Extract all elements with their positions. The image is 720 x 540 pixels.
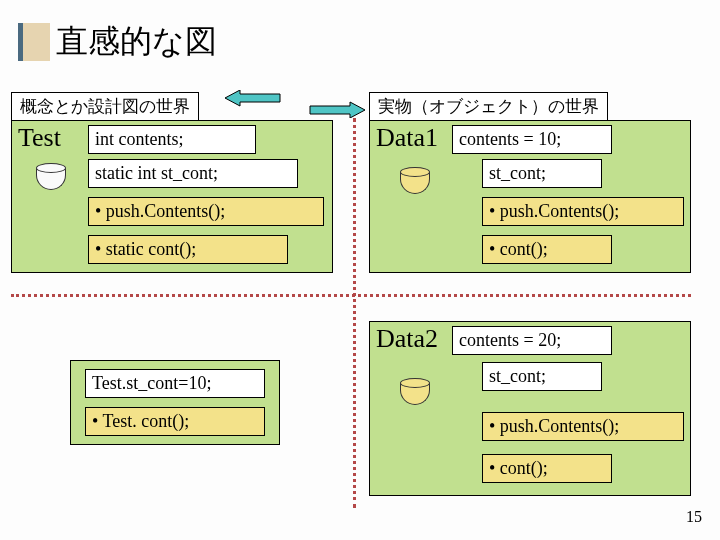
data2-name: Data2 [376,324,438,354]
data2-method-push: • push.Contents(); [482,412,684,441]
horizontal-divider [11,294,691,297]
test-method-push: • push.Contents(); [88,197,324,226]
svg-marker-1 [310,102,365,118]
box-data2: Data2 contents = 20; st_cont; • push.Con… [369,321,691,496]
title-accent [18,23,50,61]
test-name: Test [18,123,61,153]
data2-field-stcont: st_cont; [482,362,602,391]
cylinder-icon [400,167,430,194]
box-test: Test int contents; static int st_cont; •… [11,120,333,273]
test-field-stcont: static int st_cont; [88,159,298,188]
mid-assign: Test.st_cont=10; [85,369,265,398]
mid-call: • Test. cont(); [85,407,265,436]
cylinder-icon [400,378,430,405]
title-row: 直感的な図 [0,0,720,72]
slide-title: 直感的な図 [56,20,217,64]
data1-method-cont: • cont(); [482,235,612,264]
data1-name: Data1 [376,123,438,153]
box-test-calls: Test.st_cont=10; • Test. cont(); [70,360,280,445]
data1-field-contents: contents = 10; [452,125,612,154]
test-method-cont: • static cont(); [88,235,288,264]
cylinder-icon [36,163,66,190]
page-number: 15 [686,508,702,526]
data2-method-cont: • cont(); [482,454,612,483]
test-field-contents: int contents; [88,125,256,154]
vertical-divider [353,118,356,508]
data2-field-contents: contents = 20; [452,326,612,355]
data1-field-stcont: st_cont; [482,159,602,188]
label-concept-world: 概念とか設計図の世界 [11,92,199,121]
data1-method-push: • push.Contents(); [482,197,684,226]
box-data1: Data1 contents = 10; st_cont; • push.Con… [369,120,691,273]
label-object-world: 実物（オブジェクト）の世界 [369,92,608,121]
bidirectional-arrow-icon [225,90,365,118]
svg-marker-0 [225,90,280,106]
